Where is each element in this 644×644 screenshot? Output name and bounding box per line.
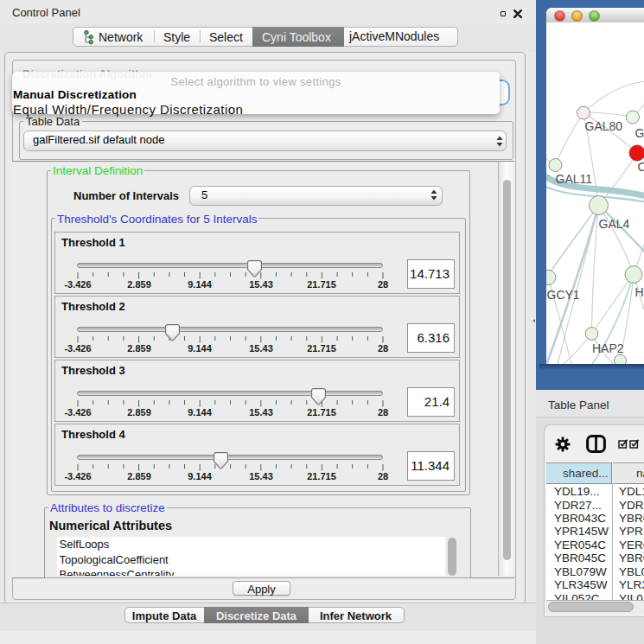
- svg-text:C: C: [638, 160, 644, 174]
- svg-text:GCY1: GCY1: [547, 288, 580, 302]
- svg-text:GAL11: GAL11: [556, 172, 593, 186]
- svg-text:GAL80: GAL80: [585, 119, 623, 133]
- svg-text:GAL4: GAL4: [599, 217, 630, 231]
- svg-text:HAP2: HAP2: [592, 341, 624, 355]
- svg-text:H: H: [635, 285, 644, 299]
- svg-text:GA: GA: [635, 126, 644, 140]
